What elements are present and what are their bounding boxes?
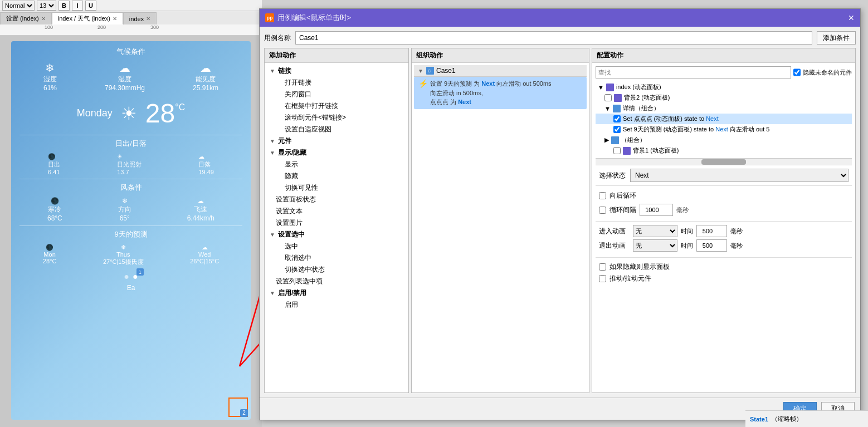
enter-anim-label: 进入动画 — [599, 227, 630, 236]
tab-settings[interactable]: 设置 (index) ✕ — [0, 12, 52, 24]
state-bg2[interactable]: 背景2 (动态面板) — [596, 92, 852, 103]
hide-show-row: 如果隐藏则显示面板 — [599, 261, 849, 273]
state-index-panel[interactable]: ▼ index (动态面板) — [596, 82, 852, 92]
tree-hide[interactable]: 隐藏 — [267, 170, 406, 182]
tree-set-text[interactable]: 设置文本 — [267, 205, 406, 217]
tree-enable-group[interactable]: ▼ 启用/禁用 — [267, 287, 406, 299]
tab-weather[interactable]: index / 天气 (index) ✕ — [52, 12, 123, 24]
push-pull-checkbox[interactable] — [599, 275, 606, 282]
tree-set-list[interactable]: 设置列表选中项 — [267, 276, 406, 287]
tree-toggle-vis[interactable]: 切换可见性 — [267, 182, 406, 194]
forecast-wed-temp: 26°C|15°C — [190, 258, 219, 264]
font-size-select[interactable]: 13 — [37, 1, 56, 11]
tree-toggle-select[interactable]: 切换选中状态 — [267, 264, 406, 276]
tree-set-panel-state[interactable]: 设置面板状态 — [267, 194, 406, 205]
state-group2[interactable]: ▶ （组合） — [596, 135, 852, 145]
backward-loop-checkbox[interactable] — [599, 192, 606, 199]
tree-deselect[interactable]: 取消选中 — [267, 252, 406, 264]
expand-group2: ▶ — [604, 136, 609, 144]
tree-enable[interactable]: 启用 — [267, 299, 406, 311]
direction-item: ❄ 方向 65° — [118, 197, 131, 222]
case-name: Case1 — [436, 67, 456, 75]
hide-show-checkbox[interactable] — [599, 263, 606, 271]
state-bg1[interactable]: 背景1 (动态面板) — [596, 145, 852, 156]
tree-select[interactable]: 选中 — [267, 241, 406, 252]
tab-close-weather[interactable]: ✕ — [113, 16, 117, 22]
tree-toggle-vis-label: 切换可见性 — [285, 183, 318, 193]
tree-widget-group[interactable]: ▼ 元件 — [267, 135, 406, 147]
tree-scroll-label: 滚动到元件<锚链接> — [285, 113, 346, 122]
italic-button[interactable]: I — [72, 1, 83, 11]
mid-panel: 组织动作 ▼ C Case1 ⚡ — [411, 48, 589, 393]
tree-show-hide-group[interactable]: ▼ 显示/隐藏 — [267, 147, 406, 159]
enter-time-input[interactable] — [696, 225, 727, 237]
tab-index[interactable]: index ✕ — [123, 12, 157, 24]
humidity2-value: 794.30mmHg — [105, 84, 145, 92]
forecast-mon-day: Mon — [43, 251, 57, 258]
state-detail-group[interactable]: ▼ 详情（组合） — [596, 103, 852, 114]
index-panel-label: index (动态面板) — [616, 83, 661, 91]
cycle-unit: 毫秒 — [676, 206, 689, 214]
toolbar: Normal 13 B I U — [0, 0, 262, 11]
tree-show[interactable]: 显示 — [267, 159, 406, 170]
cold-item: 🌑 寒冷 68°C — [47, 197, 62, 222]
tab-close-settings[interactable]: ✕ — [41, 16, 46, 22]
tree-scroll[interactable]: 滚动到元件<锚链接> — [267, 112, 406, 124]
dotdot-checkbox[interactable] — [613, 115, 621, 122]
tree-open-frame[interactable]: 在框架中打开链接 — [267, 100, 406, 112]
forecast-wed-day: Wed — [190, 251, 219, 258]
tree-expand-links: ▼ — [269, 68, 276, 75]
hide-unnamed-label: 隐藏未命名的元件 — [793, 66, 852, 78]
name-input[interactable] — [295, 31, 812, 45]
tree-adaptive[interactable]: 设置自适应视图 — [267, 124, 406, 135]
state-set-9days[interactable]: Set 9天的预测 (动态面板) state to Next 向左滑动 out … — [596, 124, 852, 135]
sunrise-title: 日出/日落 — [19, 139, 242, 149]
forecast-wed-icon: ☁ — [190, 244, 219, 251]
tab-label: index — [129, 16, 144, 22]
tree-links-group[interactable]: ▼ 链接 — [267, 65, 406, 77]
style-select[interactable]: Normal — [2, 1, 35, 11]
forecast-thus-icon: ❄ — [103, 244, 144, 251]
svg-text:C: C — [428, 69, 431, 73]
push-pull-label: 推动/拉动元件 — [609, 274, 651, 283]
expand-index: ▼ — [598, 84, 604, 91]
add-condition-button[interactable]: 添加条件 — [817, 31, 856, 45]
panel-icon-index — [606, 84, 614, 91]
state-search-input[interactable] — [596, 66, 791, 78]
tree-toggle-select-label: 切换选中状态 — [285, 265, 325, 274]
action-item-highlight[interactable]: ⚡ 设置 9天的预测 为 Next 向左滑动 out 500ms 向左滑动 in… — [414, 77, 587, 109]
cycle-interval-checkbox[interactable] — [599, 207, 606, 214]
dialog-title-text: 用例编辑<鼠标单击时> — [277, 13, 351, 23]
tree-set-image[interactable]: 设置图片 — [267, 217, 406, 229]
selection-badge: 2 — [240, 409, 248, 417]
exit-anim-select[interactable]: 无 — [633, 239, 677, 252]
select-state-dropdown[interactable]: Next — [630, 169, 849, 182]
forecast-mon-temp: 28°C — [43, 258, 57, 264]
weather-temp: 28 — [145, 98, 175, 129]
underline-button[interactable]: U — [85, 1, 96, 11]
hide-unnamed-checkbox[interactable] — [793, 66, 801, 78]
h-scrollbar[interactable] — [596, 158, 852, 165]
9days-checkbox[interactable] — [613, 126, 621, 133]
case-icon: C — [426, 67, 434, 75]
exit-anim-label: 退出动画 — [599, 241, 630, 251]
state-set-dotdot[interactable]: Set 点点点 (动态面板) state to Next — [596, 114, 852, 124]
cycle-interval-input[interactable] — [640, 204, 673, 216]
tree-adaptive-label: 设置自适应视图 — [285, 125, 331, 134]
dialog-close-button[interactable]: ✕ — [848, 13, 855, 22]
enter-time-label: 时间 — [681, 227, 693, 235]
direction-value: 65° — [118, 214, 131, 222]
bg1-checkbox[interactable] — [613, 147, 621, 154]
exit-time-input[interactable] — [696, 239, 727, 252]
tree-close-window[interactable]: 关闭窗口 — [267, 89, 406, 100]
enter-anim-select[interactable]: 无 — [633, 225, 677, 237]
tree-set-selected-group[interactable]: ▼ 设置选中 — [267, 229, 406, 241]
forecast-mon-icon: 🌑 — [43, 244, 57, 251]
tree-open-link[interactable]: 打开链接 — [267, 77, 406, 89]
tree-expand-enable: ▼ — [269, 290, 276, 297]
bottom-text: Ea — [19, 284, 242, 292]
bold-button[interactable]: B — [58, 1, 70, 11]
tab-close-index[interactable]: ✕ — [146, 16, 150, 22]
right-panel-content: 隐藏未命名的元件 ▼ index (动态面板) 背景2 — [592, 63, 855, 392]
bg2-checkbox[interactable] — [604, 94, 612, 101]
